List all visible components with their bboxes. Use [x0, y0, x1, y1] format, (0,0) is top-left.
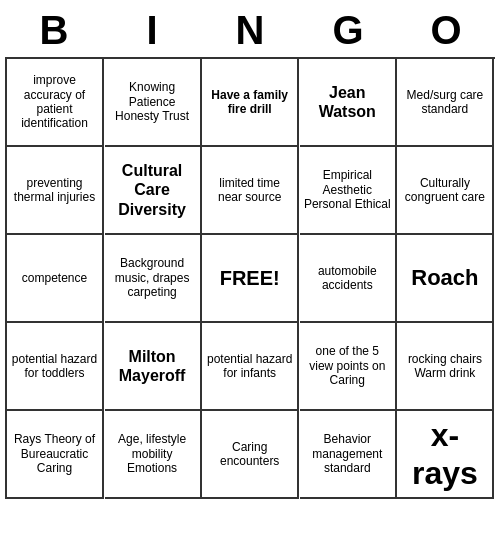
header-g: G [303, 8, 393, 53]
bingo-cell-0[interactable]: improve accuracy of patient identificati… [7, 59, 104, 147]
bingo-cell-19[interactable]: rocking chairs Warm drink [397, 323, 494, 411]
bingo-cell-5[interactable]: preventing thermal injuries [7, 147, 104, 235]
bingo-cell-16[interactable]: Milton Mayeroff [105, 323, 202, 411]
bingo-cell-21[interactable]: Age, lifestyle mobility Emotions [105, 411, 202, 499]
bingo-cell-17[interactable]: potential hazard for infants [202, 323, 299, 411]
bingo-cell-7[interactable]: limited time near source [202, 147, 299, 235]
bingo-board: B I N G O improve accuracy of patient id… [5, 8, 495, 499]
bingo-header: B I N G O [5, 8, 495, 53]
header-o: O [401, 8, 491, 53]
header-i: I [107, 8, 197, 53]
bingo-cell-13[interactable]: automobile accidents [300, 235, 397, 323]
bingo-cell-6[interactable]: Cultural Care Diversity [105, 147, 202, 235]
bingo-cell-4[interactable]: Med/surg care standard [397, 59, 494, 147]
header-b: B [9, 8, 99, 53]
bingo-cell-24[interactable]: x-rays [397, 411, 494, 499]
bingo-cell-8[interactable]: Empirical Aesthetic Personal Ethical [300, 147, 397, 235]
bingo-cell-18[interactable]: one of the 5 view points on Caring [300, 323, 397, 411]
bingo-cell-12[interactable]: FREE! [202, 235, 299, 323]
bingo-cell-9[interactable]: Culturally congruent care [397, 147, 494, 235]
header-n: N [205, 8, 295, 53]
bingo-cell-20[interactable]: Rays Theory of Bureaucratic Caring [7, 411, 104, 499]
bingo-cell-2[interactable]: Have a family fire drill [202, 59, 299, 147]
bingo-cell-10[interactable]: competence [7, 235, 104, 323]
bingo-cell-15[interactable]: potential hazard for toddlers [7, 323, 104, 411]
bingo-cell-23[interactable]: Behavior management standard [300, 411, 397, 499]
bingo-cell-11[interactable]: Background music, drapes carpeting [105, 235, 202, 323]
bingo-cell-22[interactable]: Caring encounters [202, 411, 299, 499]
bingo-grid: improve accuracy of patient identificati… [5, 57, 495, 499]
bingo-cell-1[interactable]: Knowing Patience Honesty Trust [105, 59, 202, 147]
bingo-cell-14[interactable]: Roach [397, 235, 494, 323]
bingo-cell-3[interactable]: Jean Watson [300, 59, 397, 147]
